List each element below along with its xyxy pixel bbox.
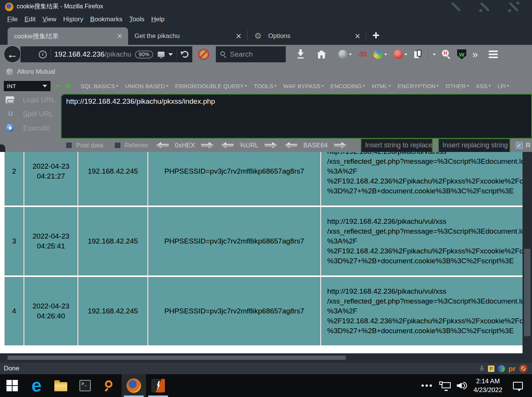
insert-replacing-string-input[interactable]: Insert replacing string [438,138,510,153]
decode-arrow-icon[interactable] [156,142,169,149]
bookmark-altoro-mutual[interactable]: Altoro Mutual [17,68,55,76]
taskbar-clock[interactable]: 2:14 AM4/23/2022 [473,377,502,394]
hackbar-type-select[interactable]: INT [4,81,51,91]
status-cookie-blocked-icon[interactable] [519,364,527,373]
hackbar-menus: SQL BASICSUNION BASEDERROR/DOUBLE QUERYT… [77,83,513,89]
menu-tools[interactable]: Tools [126,16,148,23]
download-button[interactable] [290,49,311,59]
hackbar-menu-xss[interactable]: XSS [472,83,494,89]
decode-arrow-icon[interactable] [221,142,234,149]
volume-icon[interactable] [457,381,467,390]
url-bar[interactable]: i 192.168.42.236/pikachu 90% [21,46,192,62]
hackbar-menu-sql-basics[interactable]: SQL BASICS [77,83,122,89]
windows-taskbar: e >_ ••• 2:14 AM4/23/2022 [0,374,532,397]
post-data-checkbox[interactable]: Post data [65,142,103,149]
hackbar-add-icon[interactable] [65,83,71,89]
load-url-button[interactable]: Load URL [0,93,61,107]
search-taskbar-icon[interactable] [97,374,122,397]
hackbar-menu-waf-bypass[interactable]: WAF BYPASS [280,83,327,89]
toolbar-dropdown-icon[interactable] [428,54,436,55]
hackbar-menu-encryption[interactable]: ENCRYPTION [394,83,442,89]
status-download-icon[interactable] [479,365,484,372]
maximize-button[interactable] [478,2,492,12]
burpsuite-taskbar-icon[interactable] [146,374,170,397]
search-box[interactable]: Search [216,46,286,62]
replace-checkbox[interactable]: ✓ [516,142,523,149]
hackbar-menu-html[interactable]: HTML [368,83,394,89]
menu-edit[interactable]: Edit [21,16,39,23]
tab-close-icon[interactable]: ✕ [117,32,123,41]
reload-button[interactable] [182,51,188,58]
hackbar-menu-lfi[interactable]: LFI [494,83,513,89]
tab-close-icon[interactable]: ✕ [355,32,361,41]
hackbar-menu-tools[interactable]: TOOLS [250,83,280,89]
hackbar-url-textarea[interactable]: http://192.168.42.236/pikachu/pkxss/inde… [61,94,532,139]
network-icon[interactable] [439,381,451,390]
gear-icon: ⚙ [254,32,262,40]
action-center-icon[interactable] [513,382,523,389]
firefox-taskbar-icon[interactable] [122,374,146,397]
hamburger-menu-button[interactable] [478,51,498,58]
reader-mode-icon[interactable] [158,52,165,57]
tab-close-icon[interactable]: ✕ [236,32,242,41]
load-url-icon [5,96,14,104]
vertical-scrollbar-thumb[interactable] [524,249,530,336]
copy-addon-button[interactable] [407,50,422,59]
menu-bar: FileEditViewHistoryBookmarksToolsHelp [0,13,532,25]
addon-red-globe-button[interactable] [387,50,407,59]
hackbar-toolbar: INT SQL BASICSUNION BASEDERROR/DOUBLE QU… [0,80,532,152]
tab-cookie-results[interactable]: cookie搜集结果 ✕ [8,27,128,45]
execute-button[interactable]: Execute [0,121,61,135]
javascript-toggle-button[interactable]: JS [352,51,366,59]
menu-view[interactable]: View [39,16,60,23]
home-button[interactable] [311,50,332,59]
hackbar-menu-other[interactable]: OTHER [442,83,473,89]
decode-arrow-icon[interactable] [284,142,297,149]
overflow-chevron-button[interactable]: » [466,50,478,59]
back-button[interactable]: ← [4,46,21,63]
cell-ip: 192.168.42.245 [78,152,147,206]
start-button[interactable] [0,374,24,397]
encode-arrow-icon[interactable] [201,142,214,149]
encode-arrow-icon[interactable] [334,142,347,149]
menu-help[interactable]: Help [148,16,168,23]
status-proxy-icon[interactable] [498,365,505,372]
new-tab-button[interactable]: + [372,30,380,40]
hackbar-menu-union-based[interactable]: UNION BASED [122,83,172,89]
edge-taskbar-icon[interactable]: e [24,374,49,397]
horizontal-scrollbar-thumb[interactable] [8,356,346,360]
addon-globe-button[interactable] [332,50,352,59]
menu-history[interactable]: History [60,16,87,23]
menu-bookmarks[interactable]: Bookmarks [87,16,126,23]
minimize-button[interactable] [449,2,463,12]
close-button[interactable] [507,2,521,12]
referrer-checkbox[interactable]: Referrer [114,142,148,149]
status-p-icon[interactable]: P [488,365,494,372]
zoom-level-badge[interactable]: 90% [135,51,153,59]
menu-file[interactable]: File [4,16,21,23]
encode-arrow-icon[interactable] [264,142,277,149]
proxy-switcher-button[interactable] [366,50,387,59]
search-icon [220,51,226,57]
split-url-button[interactable]: U Split URL [0,107,61,121]
horizontal-scrollbar[interactable] [0,353,532,363]
cell-cookie: PHPSESSID=pv3jc7rv2mf8ikp68657ag8rs7 [148,207,320,275]
file-explorer-taskbar-icon[interactable] [49,374,73,397]
cell-row-number: 3 [5,207,24,275]
urlbar-dropdown-icon[interactable] [168,53,173,56]
hackbar-menu-error-double-query[interactable]: ERROR/DOUBLE QUERY [172,83,250,89]
vertical-scrollbar[interactable] [522,152,532,353]
tab-options[interactable]: ⚙ Options ✕ [247,27,366,45]
taskbar-overflow-icon[interactable]: ••• [421,384,433,388]
insert-string-to-replace-input[interactable]: Insert string to replace [361,138,433,153]
hackbar-remove-icon[interactable] [55,85,61,87]
status-pr-icon[interactable]: pr [508,365,516,372]
wappalyzer-button[interactable]: W [451,49,466,59]
cell-url: http://192.168.42.236/pikachu/vul/xss/xs… [321,152,532,206]
hackbar-menu-encoding[interactable]: ENCODING [327,83,369,89]
site-info-icon[interactable]: i [39,51,47,59]
cookie-blocked-icon[interactable] [198,49,209,60]
hackbar-magnifier-button[interactable]: H [436,50,451,59]
terminal-taskbar-icon[interactable]: >_ [73,374,97,397]
tab-get-the-pikachu[interactable]: Get the pikachu ✕ [128,27,247,45]
